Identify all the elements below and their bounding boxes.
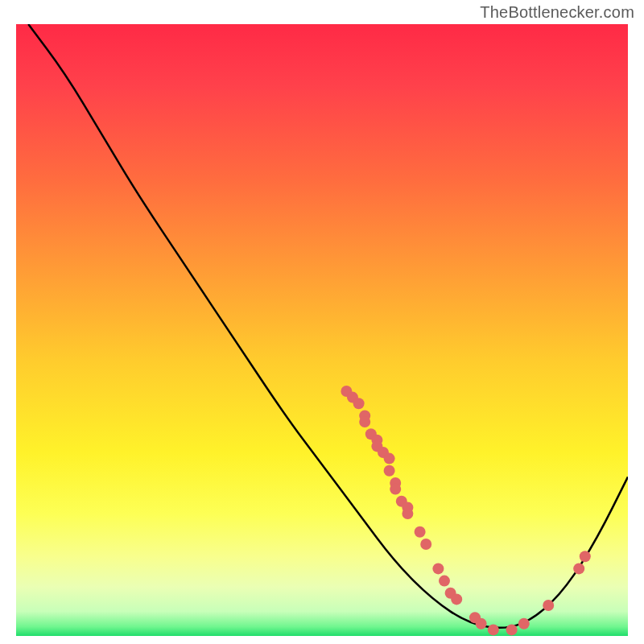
data-dot bbox=[451, 593, 462, 605]
data-dot bbox=[402, 508, 413, 519]
chart-canvas: TheBottlenecker.com bbox=[0, 0, 644, 644]
data-dot bbox=[506, 624, 518, 635]
data-dot bbox=[420, 539, 431, 550]
plot-area bbox=[16, 24, 628, 636]
data-dot bbox=[439, 576, 450, 587]
data-dot bbox=[518, 618, 530, 630]
data-dot bbox=[353, 398, 365, 409]
data-dot bbox=[390, 484, 401, 495]
watermark-text: TheBottlenecker.com bbox=[480, 3, 634, 22]
bottleneck-curve bbox=[28, 24, 628, 628]
data-dot bbox=[384, 453, 395, 464]
data-dot bbox=[432, 563, 444, 574]
data-dot bbox=[415, 526, 426, 538]
data-dot bbox=[573, 563, 584, 574]
data-dot bbox=[543, 600, 554, 611]
data-dot bbox=[580, 551, 591, 562]
data-dot bbox=[384, 465, 395, 477]
data-dot bbox=[359, 416, 370, 427]
data-dot bbox=[476, 618, 487, 630]
data-dot bbox=[488, 624, 499, 635]
curve-svg bbox=[16, 24, 628, 636]
